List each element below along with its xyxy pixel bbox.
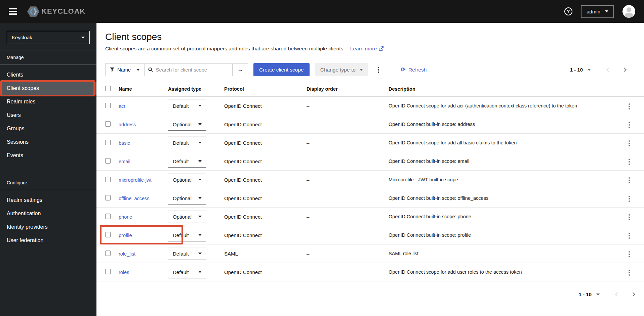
scope-name-link[interactable]: basic bbox=[119, 140, 130, 146]
assigned-type-value: Optional bbox=[173, 195, 192, 201]
sidebar-item-sessions[interactable]: Sessions bbox=[0, 135, 96, 149]
row-checkbox[interactable] bbox=[105, 251, 111, 256]
row-kebab-menu[interactable] bbox=[625, 101, 634, 111]
assigned-type-select[interactable]: Default bbox=[168, 247, 206, 260]
assigned-type-select[interactable]: Optional bbox=[168, 210, 206, 223]
sidebar-item-groups[interactable]: Groups bbox=[0, 122, 96, 135]
page-header: Client scopes Client scopes are a common… bbox=[96, 23, 644, 58]
learn-more-link[interactable]: Learn more bbox=[350, 46, 384, 52]
table-row: role_list Default SAML – SAML role list bbox=[96, 244, 644, 263]
assigned-type-select[interactable]: Default bbox=[168, 229, 206, 241]
description-cell: Microprofile - JWT built-in scope bbox=[385, 171, 618, 189]
select-all-checkbox[interactable] bbox=[105, 86, 111, 91]
refresh-button[interactable]: ⟳ Refresh bbox=[401, 66, 427, 73]
table-header-row: Name Assigned type Protocol Display orde… bbox=[96, 81, 644, 97]
row-checkbox[interactable] bbox=[105, 140, 111, 145]
sidebar-item-realm-settings[interactable]: Realm settings bbox=[0, 193, 96, 207]
previous-page-button[interactable] bbox=[615, 292, 619, 297]
toolbar: Name → Create client scope Change type t… bbox=[96, 58, 644, 81]
chevron-down-icon bbox=[136, 69, 140, 71]
user-menu-dropdown[interactable]: admin bbox=[581, 5, 614, 18]
toolbar-divider bbox=[392, 63, 392, 76]
next-page-button[interactable] bbox=[622, 67, 627, 72]
assigned-type-select[interactable]: Default bbox=[168, 136, 206, 149]
change-type-dropdown[interactable]: Change type to bbox=[315, 63, 368, 76]
assigned-type-select[interactable]: Default bbox=[168, 99, 206, 112]
sidebar-item-label: Authentication bbox=[7, 211, 41, 217]
column-header-display-order: Display order bbox=[303, 81, 385, 97]
row-kebab-menu[interactable] bbox=[625, 231, 634, 241]
assigned-type-select[interactable]: Default bbox=[168, 155, 206, 168]
scope-name-link[interactable]: phone bbox=[119, 214, 132, 220]
row-kebab-menu[interactable] bbox=[625, 212, 634, 222]
create-client-scope-button[interactable]: Create client scope bbox=[253, 63, 310, 76]
display-order-cell: – bbox=[303, 244, 385, 263]
scope-name-link[interactable]: profile bbox=[119, 233, 132, 238]
avatar[interactable] bbox=[622, 5, 635, 18]
help-icon[interactable]: ? bbox=[564, 7, 572, 15]
change-type-label: Change type to bbox=[320, 67, 356, 73]
assigned-type-value: Optional bbox=[173, 214, 192, 220]
assigned-type-select[interactable]: Default bbox=[168, 266, 206, 278]
toolbar-kebab-menu[interactable] bbox=[374, 65, 383, 75]
row-checkbox[interactable] bbox=[105, 195, 111, 200]
hamburger-menu-icon[interactable] bbox=[9, 8, 17, 15]
chevron-down-icon bbox=[198, 179, 202, 181]
row-kebab-menu[interactable] bbox=[625, 249, 634, 259]
row-kebab-menu[interactable] bbox=[625, 138, 634, 148]
scope-name-link[interactable]: roles bbox=[119, 270, 129, 275]
filter-type-dropdown[interactable]: Name bbox=[105, 63, 145, 76]
assigned-type-select[interactable]: Optional bbox=[168, 173, 206, 186]
sidebar-item-users[interactable]: Users bbox=[0, 108, 96, 122]
display-order-cell: – bbox=[303, 226, 385, 244]
description-cell: OpenID Connect scope for add user roles … bbox=[385, 263, 618, 281]
row-kebab-menu[interactable] bbox=[625, 120, 634, 130]
previous-page-button[interactable] bbox=[606, 67, 611, 72]
next-page-button[interactable] bbox=[631, 292, 635, 297]
search-input[interactable] bbox=[156, 67, 229, 73]
sidebar-item-identity-providers[interactable]: Identity providers bbox=[0, 220, 96, 234]
sidebar-item-clients[interactable]: Clients bbox=[0, 68, 96, 82]
sidebar-item-authentication[interactable]: Authentication bbox=[0, 207, 96, 220]
description-cell: OpenID Connect built-in scope: offline_a… bbox=[385, 189, 618, 208]
row-checkbox[interactable] bbox=[105, 158, 111, 164]
learn-more-label: Learn more bbox=[350, 46, 377, 52]
sidebar-item-user-federation[interactable]: User federation bbox=[0, 234, 96, 247]
scope-name-link[interactable]: offline_access bbox=[119, 196, 150, 201]
client-scopes-table: Name Assigned type Protocol Display orde… bbox=[96, 81, 644, 281]
filter-type-label: Name bbox=[117, 67, 131, 73]
scope-name-link[interactable]: role_list bbox=[119, 251, 135, 257]
row-kebab-menu[interactable] bbox=[625, 157, 634, 167]
row-checkbox[interactable] bbox=[105, 232, 111, 237]
scope-name-link[interactable]: microprofile-jwt bbox=[119, 177, 152, 183]
row-checkbox[interactable] bbox=[105, 214, 111, 219]
sidebar-item-realm-roles[interactable]: Realm roles bbox=[0, 95, 96, 108]
row-checkbox[interactable] bbox=[105, 177, 111, 182]
brand-text: KEYCLOAK bbox=[41, 7, 85, 16]
row-kebab-menu[interactable] bbox=[625, 268, 634, 278]
assigned-type-select[interactable]: Optional bbox=[168, 118, 206, 131]
row-checkbox[interactable] bbox=[105, 269, 111, 274]
scope-name-link[interactable]: address bbox=[119, 122, 136, 127]
row-checkbox[interactable] bbox=[105, 121, 111, 127]
sidebar-item-events[interactable]: Events bbox=[0, 149, 96, 162]
display-order-cell: – bbox=[303, 152, 385, 171]
protocol-cell: OpenID Connect bbox=[220, 208, 303, 226]
pagination-range-dropdown[interactable]: 1 - 10 bbox=[579, 291, 600, 297]
sidebar-item-label: Events bbox=[7, 152, 23, 159]
search-icon bbox=[148, 67, 153, 72]
row-kebab-menu[interactable] bbox=[625, 175, 634, 185]
assigned-type-select[interactable]: Optional bbox=[168, 192, 206, 205]
chevron-down-icon bbox=[596, 294, 600, 296]
search-submit-button[interactable]: → bbox=[233, 63, 248, 76]
assigned-type-value: Default bbox=[173, 251, 189, 257]
scope-name-link[interactable]: email bbox=[119, 159, 130, 164]
sidebar-item-client-scopes[interactable]: Client scopes bbox=[0, 82, 96, 95]
row-kebab-menu[interactable] bbox=[625, 194, 634, 204]
pagination-range-dropdown[interactable]: 1 - 10 bbox=[570, 67, 591, 73]
row-checkbox[interactable] bbox=[105, 103, 111, 108]
refresh-label: Refresh bbox=[408, 67, 427, 73]
realm-selector[interactable]: Keycloak bbox=[7, 31, 90, 44]
scope-name-link[interactable]: acr bbox=[119, 103, 125, 109]
assigned-type-value: Default bbox=[173, 269, 189, 275]
